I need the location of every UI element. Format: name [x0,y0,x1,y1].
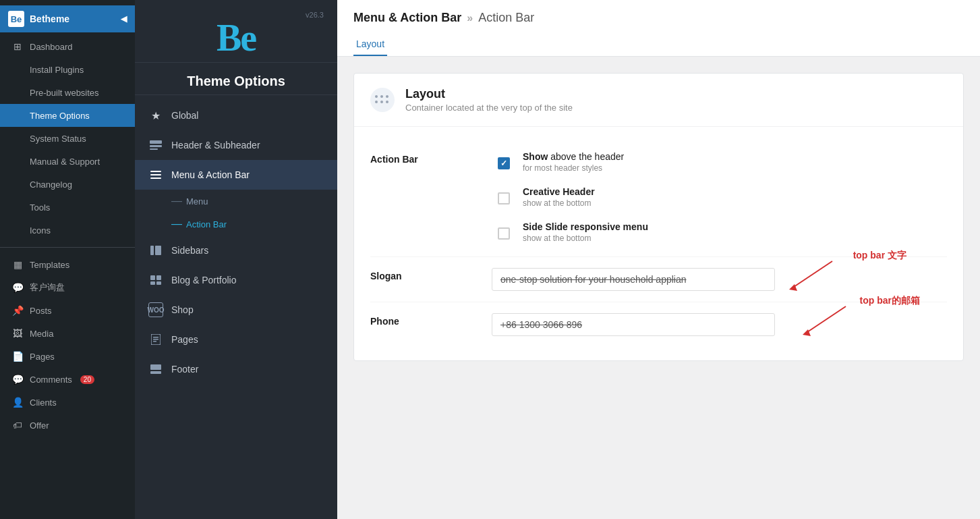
breadcrumb-current: Action Bar [478,11,534,25]
svg-rect-7 [155,246,161,255]
phone-controls: top bar的邮箱 [492,313,947,336]
templates-icon: ▦ [11,258,24,271]
sidebar-item-crm[interactable]: 💬 客户询盘 [0,276,135,299]
sidebar-item-comments[interactable]: 💬 Comments 20 [0,368,135,391]
dots-grid [375,95,390,105]
be-submenu-menu[interactable]: — Menu [135,190,337,213]
sidebar-item-install-plugins[interactable]: Install Plugins [0,58,135,81]
comments-badge: 20 [80,375,94,384]
shop-icon: WOO [148,302,163,317]
be-menu-sidebars[interactable]: Sidebars [135,236,337,265]
slogan-annotation: top bar 文字 [853,249,906,262]
sidebar-item-tools[interactable]: Tools [0,196,135,219]
svg-rect-9 [156,275,161,280]
checkbox-label-side-slide: Side Slide responsive menu [523,221,648,232]
be-logo-icon: Be [8,11,24,27]
phone-input[interactable] [492,313,775,336]
active-dash-icon: — [171,218,182,230]
checkbox-creative-header[interactable] [498,192,510,204]
checkbox-text-side-slide: Side Slide responsive menu show at the b… [523,221,648,243]
sidebar-item-offer[interactable]: 🏷 Offer [0,414,135,437]
checkbox-row-creative-header: Creative Header show at the bottom [492,186,947,211]
sidebar-item-dashboard[interactable]: ⊞ Dashboard [0,35,135,58]
main-content: Menu & Action Bar » Action Bar Layout [337,0,980,519]
svg-rect-0 [150,140,162,144]
pages-icon: 📄 [11,350,24,363]
svg-rect-14 [153,339,158,340]
checkbox-hint-creative: show at the bottom [523,198,595,208]
sidebar-item-manual-support[interactable]: Manual & Support [0,150,135,173]
betheme-sidebar: v26.3 Be Theme Options ★ Global Header &… [135,0,337,519]
blog-icon [148,273,163,288]
form-table: Action Bar Show above the header [354,127,963,360]
be-menu-blog-portfolio[interactable]: Blog & Portfolio [135,265,337,295]
sidebar-item-templates[interactable]: ▦ Templates [0,253,135,276]
be-menu-footer[interactable]: Footer [135,354,337,384]
checkbox-row-show-above: Show above the header for most header st… [492,151,947,175]
breadcrumb: Menu & Action Bar » Action Bar [353,11,964,25]
footer-icon [148,362,163,377]
svg-rect-17 [150,371,161,374]
version-label: v26.3 [306,11,324,19]
sidebar-item-system-status[interactable]: System Status [0,127,135,150]
sidebar-item-theme-options[interactable]: Theme Options [0,104,135,127]
checkbox-text-creative: Creative Header show at the bottom [523,186,595,208]
sidebar-item-pages[interactable]: 📄 Pages [0,345,135,368]
slogan-arrow [765,254,846,295]
checkbox-hint-show-above: for most header styles [523,163,624,173]
svg-line-18 [792,261,832,288]
icons-icon [11,223,24,237]
checkbox-side-slide[interactable] [498,227,510,240]
tab-layout[interactable]: Layout [353,33,387,56]
checkbox-label-creative: Creative Header [523,186,595,197]
checkbox-bold-show: Show [523,151,548,162]
clients-icon: 👤 [11,395,24,409]
dot1 [375,95,378,98]
sidebar-item-changelog[interactable]: Changelog [0,173,135,196]
section-icon [370,88,395,112]
section-header: Layout Container located at the very top… [354,74,963,127]
dash-icon: — [171,195,182,207]
plugins-icon [11,63,24,76]
page-tabs: Layout [353,33,964,56]
changelog-icon [11,177,24,191]
sidebar-item-clients[interactable]: 👤 Clients [0,391,135,414]
sidebar-item-posts[interactable]: 📌 Posts [0,299,135,322]
svg-marker-21 [803,329,811,336]
be-pages-icon [148,332,163,347]
dot2 [380,95,383,98]
global-icon: ★ [148,108,163,123]
be-menu-header-subheader[interactable]: Header & Subheader [135,130,337,160]
svg-rect-5 [150,177,161,179]
checkbox-show-above-header[interactable] [498,157,510,169]
svg-rect-10 [150,281,155,285]
offer-icon: 🏷 [11,418,24,432]
betheme-brand[interactable]: Be Betheme ◀ [0,5,135,32]
layout-section-card: Layout Container located at the very top… [353,73,964,361]
form-row-action-bar: Action Bar Show above the header [370,140,947,257]
phone-arrow [778,300,859,340]
be-menu-global[interactable]: ★ Global [135,101,337,130]
form-row-phone: Phone top bar的邮箱 [370,302,947,347]
slogan-input[interactable] [492,268,775,291]
checkbox-bold-side-slide: Side Slide responsive menu [523,221,648,232]
betheme-menu: ★ Global Header & Subheader Menu & Actio… [135,95,337,519]
collapse-icon[interactable]: ◀ [121,14,127,24]
be-logo-area: v26.3 Be [135,0,337,63]
manual-icon [11,155,24,168]
sidebar-item-pre-built[interactable]: Pre-built websites [0,81,135,104]
crm-icon: 💬 [11,281,24,294]
sidebar-item-icons[interactable]: Icons [0,219,135,242]
sidebar-item-media[interactable]: 🖼 Media [0,322,135,345]
breadcrumb-parent: Menu & Action Bar [353,11,461,25]
checkbox-bold-creative: Creative Header [523,186,595,197]
be-menu-pages[interactable]: Pages [135,325,337,354]
dot5 [380,101,383,103]
sidebars-icon [148,243,163,258]
be-menu-shop[interactable]: WOO Shop [135,295,337,325]
be-submenu-action-bar[interactable]: — Action Bar [135,213,337,236]
svg-rect-6 [150,246,154,255]
checkbox-label-show-above: Show above the header [523,151,624,162]
be-menu-menu-action-bar[interactable]: Menu & Action Bar [135,160,337,190]
svg-rect-4 [150,174,161,175]
